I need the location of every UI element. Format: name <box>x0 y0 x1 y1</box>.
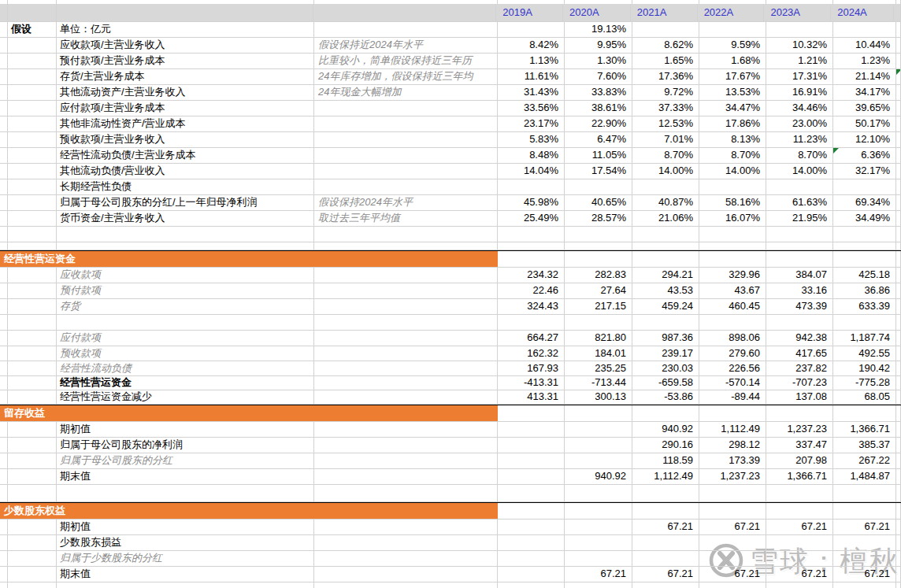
cell[interactable] <box>766 485 833 501</box>
value-cell[interactable]: -413.31 <box>498 376 565 390</box>
value-cell[interactable]: 13.53% <box>699 85 766 100</box>
value-cell[interactable]: 384.07 <box>766 268 833 283</box>
row-label-cell[interactable]: 存货 <box>57 299 314 314</box>
cell[interactable] <box>314 148 498 163</box>
cell[interactable] <box>498 227 565 242</box>
value-cell[interactable]: 821.80 <box>565 331 632 346</box>
cell[interactable] <box>833 242 896 250</box>
gutter-cell[interactable] <box>0 179 8 194</box>
value-cell[interactable]: 67.21 <box>833 520 896 534</box>
cell[interactable] <box>8 69 57 84</box>
value-cell[interactable]: 23.00% <box>766 116 833 131</box>
cell[interactable] <box>632 227 699 242</box>
cell[interactable] <box>632 251 699 267</box>
value-cell[interactable]: 67.21 <box>833 567 896 582</box>
cell[interactable] <box>896 195 901 210</box>
cell[interactable] <box>0 227 8 242</box>
cell[interactable] <box>896 469 901 484</box>
cell[interactable] <box>565 503 632 519</box>
value-cell[interactable] <box>833 551 896 566</box>
note-cell[interactable]: 假设保持2024年水平 <box>314 195 498 210</box>
value-cell[interactable] <box>498 469 565 484</box>
cell[interactable] <box>57 227 314 242</box>
cell[interactable] <box>896 422 901 437</box>
cell[interactable] <box>8 148 57 163</box>
value-cell[interactable]: 8.48% <box>498 148 565 163</box>
cell[interactable] <box>314 438 498 453</box>
gutter-cell[interactable] <box>0 535 8 550</box>
row-label-cell[interactable]: 预收款项 <box>57 346 314 361</box>
value-cell[interactable] <box>498 438 565 453</box>
gutter-cell[interactable] <box>0 211 8 226</box>
cell[interactable] <box>833 582 896 588</box>
value-cell[interactable]: 16.07% <box>699 211 766 226</box>
value-cell[interactable]: -707.23 <box>766 376 833 390</box>
cell[interactable] <box>8 227 57 242</box>
value-cell[interactable] <box>632 179 699 194</box>
value-cell[interactable]: 987.36 <box>632 331 699 346</box>
value-cell[interactable]: 38.61% <box>565 101 632 116</box>
cell[interactable] <box>565 251 632 267</box>
value-cell[interactable]: 8.42% <box>498 38 565 53</box>
value-cell[interactable]: 33.56% <box>498 101 565 116</box>
value-cell[interactable]: 8.70% <box>699 148 766 163</box>
cell[interactable] <box>314 132 498 147</box>
value-cell[interactable]: 28.57% <box>565 211 632 226</box>
value-cell[interactable]: 290.16 <box>632 438 699 453</box>
cell[interactable] <box>896 211 901 226</box>
value-cell[interactable]: 459.24 <box>632 299 699 314</box>
cell[interactable] <box>896 101 901 116</box>
cell[interactable] <box>565 227 632 242</box>
value-cell[interactable]: 17.31% <box>766 69 833 84</box>
cell[interactable] <box>632 582 699 588</box>
gutter-cell[interactable] <box>0 101 8 116</box>
cell[interactable] <box>699 582 766 588</box>
value-cell[interactable] <box>699 535 766 550</box>
value-cell[interactable]: 1.21% <box>766 54 833 68</box>
cell[interactable] <box>699 227 766 242</box>
cell[interactable] <box>896 361 901 375</box>
value-cell[interactable]: 61.63% <box>766 195 833 210</box>
cell[interactable] <box>313 4 496 21</box>
row-label-cell[interactable]: 其他非流动性资产/营业成本 <box>57 116 314 131</box>
value-cell[interactable] <box>498 551 565 566</box>
cell[interactable] <box>896 567 901 582</box>
cell[interactable] <box>0 242 8 250</box>
value-cell[interactable] <box>498 179 565 194</box>
cell[interactable] <box>0 582 8 588</box>
cell[interactable] <box>896 438 901 453</box>
value-cell[interactable]: 27.64 <box>565 283 632 298</box>
value-cell[interactable]: 9.59% <box>699 38 766 53</box>
value-cell[interactable] <box>766 22 833 37</box>
value-cell[interactable]: 1.68% <box>699 54 766 68</box>
value-cell[interactable]: 34.47% <box>699 101 766 116</box>
cell[interactable] <box>314 582 498 588</box>
cell[interactable] <box>896 299 901 314</box>
gutter-cell[interactable] <box>0 116 8 131</box>
cell[interactable] <box>632 485 699 501</box>
value-cell[interactable]: 14.00% <box>632 164 699 179</box>
value-cell[interactable]: 14.04% <box>498 164 565 179</box>
cell[interactable] <box>766 405 833 421</box>
cell[interactable] <box>766 582 833 588</box>
cell[interactable] <box>57 582 314 588</box>
cell[interactable] <box>314 390 498 404</box>
value-cell[interactable]: 67.21 <box>632 520 699 534</box>
value-cell[interactable]: 633.39 <box>833 299 896 314</box>
value-cell[interactable]: 239.17 <box>632 346 699 361</box>
cell[interactable] <box>498 582 565 588</box>
value-cell[interactable]: 6.47% <box>565 132 632 147</box>
cell[interactable] <box>699 251 766 267</box>
value-cell[interactable]: 324.43 <box>498 299 565 314</box>
cell[interactable] <box>8 242 57 250</box>
value-cell[interactable]: 664.27 <box>498 331 565 346</box>
row-label-cell[interactable]: 应付款项 <box>57 331 314 346</box>
cell[interactable] <box>57 242 314 250</box>
cell[interactable] <box>833 227 896 242</box>
value-cell[interactable]: 16.91% <box>766 85 833 100</box>
cell[interactable] <box>896 453 901 468</box>
value-cell[interactable]: 492.55 <box>833 346 896 361</box>
note-cell[interactable]: 取过去三年平均值 <box>314 211 498 226</box>
year-header-cell[interactable]: 2021A <box>631 4 698 21</box>
gutter-cell[interactable] <box>0 567 8 582</box>
